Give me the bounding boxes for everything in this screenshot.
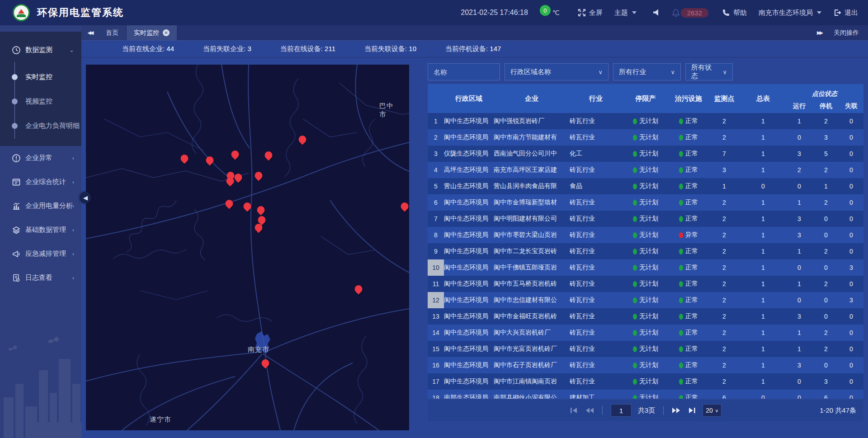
table-row[interactable]: 1阆中生态环境局阆中强锐页岩砖厂砖瓦行业无计划正常21120 <box>428 113 863 129</box>
cell-facility-status: 正常 <box>669 308 708 325</box>
status-dot-green <box>679 151 683 157</box>
cell-region: 阆中生态环境局 <box>444 194 494 211</box>
sidebar-group-企业用电量分析[interactable]: 企业用电量分析‹ <box>0 194 81 218</box>
table-row[interactable]: 14阆中生态环境局阆中大兴页岩机砖厂砖瓦行业无计划正常21120 <box>428 325 863 341</box>
cell-company: 阆中市江南镇阆南页岩 <box>494 373 570 390</box>
sidebar-group-企业异常[interactable]: 企业异常‹ <box>0 146 81 170</box>
first-page-button[interactable] <box>570 407 579 414</box>
sidebar-group-日志查看[interactable]: 日志查看‹ <box>0 266 81 290</box>
map-city-label-遂宁市: 遂宁市 <box>150 415 171 424</box>
sidebar-item-视频监控[interactable]: 视频监控 <box>0 89 81 113</box>
cell-industry: 建材加工 <box>570 390 622 399</box>
industry-filter-select[interactable]: 所有行业 ∨ <box>613 63 681 80</box>
status-dot-green <box>633 379 637 385</box>
cell-company: 阆中市枣碧大梁山页岩 <box>494 227 570 243</box>
cell-points: 6 <box>708 390 741 399</box>
status-filter-value: 所有状态 <box>691 63 717 80</box>
name-filter-field[interactable] <box>428 63 500 80</box>
table-header: 行政区域 企业 行业 停限产 治污设施 监测点 总表 点位状态 运行 停机 失联 <box>428 84 863 113</box>
prev-page-button[interactable] <box>585 407 594 414</box>
table-row[interactable]: 5营山生态环境局营山县润丰肉食品有限食品无计划正常10010 <box>428 178 863 194</box>
cell-stop: 2 <box>813 341 839 357</box>
help-button[interactable]: 帮助 <box>722 9 747 17</box>
speaker-button[interactable] <box>652 9 660 17</box>
chevron-down-icon <box>632 11 637 14</box>
cell-points: 7 <box>708 146 741 162</box>
close-operations-button[interactable]: 关闭操作 <box>834 29 859 37</box>
tab-实时监控[interactable]: 实时监控✕ <box>127 25 177 40</box>
last-page-button[interactable] <box>687 407 696 414</box>
table-row[interactable]: 3仪陇生态环境局西南油气田分公司川中化工无计划正常71350 <box>428 146 863 162</box>
page-number-input[interactable] <box>611 404 632 417</box>
cell-points: 2 <box>708 227 741 243</box>
cell-company: 阆中市二龙长宝页岩砖 <box>494 243 570 259</box>
cell-company: 营山县润丰肉食品有限 <box>494 178 570 194</box>
cell-industry: 砖瓦行业 <box>570 308 622 325</box>
cell-run: 1 <box>786 276 813 292</box>
sidebar-group-基础数据管理[interactable]: 基础数据管理‹ <box>0 218 81 242</box>
cell-lost: 3 <box>839 292 863 308</box>
org-dropdown[interactable]: 南充市生态环境局 <box>759 9 821 17</box>
cell-limit-status: 无计划 <box>622 292 669 308</box>
map-panel[interactable]: 巴中市南充市遂宁市 <box>86 65 409 430</box>
limit-status-label: 无计划 <box>639 312 658 320</box>
limit-status-label: 无计划 <box>639 215 658 223</box>
cell-meters: 1 <box>741 243 786 259</box>
industry-filter-value: 所有行业 <box>619 68 646 76</box>
tab-首页[interactable]: 首页 <box>99 25 126 40</box>
cell-industry: 砖瓦行业 <box>570 129 622 146</box>
sidebar-group-应急减排管理[interactable]: 应急减排管理‹ <box>0 242 81 266</box>
filter-bar: 行政区域名称 ∨ 所有行业 ∨ 所有状态 ∨ <box>428 63 863 80</box>
table-row[interactable]: 15阆中生态环境局阆中市光富页岩机砖厂砖瓦行业无计划正常21120 <box>428 341 863 357</box>
tabs-scroll-left-button[interactable]: ◀◀ <box>81 25 99 40</box>
app-root: 环保用电监管系统 2021-02-25 17:46:18 0 ℃ 全屏 主题 2… <box>0 0 868 438</box>
tabs-scroll-right-button[interactable]: ▶▶ <box>817 30 822 36</box>
cell-limit-status: 无计划 <box>622 259 669 276</box>
status-dot-green <box>679 330 683 336</box>
row-index: 15 <box>428 341 444 357</box>
notification-badge[interactable]: 2632 <box>672 8 708 18</box>
next-page-button[interactable] <box>672 407 681 414</box>
cell-run: 0 <box>786 373 813 390</box>
fullscreen-button[interactable]: 全屏 <box>578 9 603 17</box>
status-dot-green <box>679 135 683 141</box>
tab-close-icon[interactable]: ✕ <box>163 29 170 36</box>
cell-points: 2 <box>708 325 741 341</box>
cell-points: 2 <box>708 194 741 211</box>
theme-dropdown[interactable]: 主题 <box>614 9 637 17</box>
cell-points: 2 <box>708 373 741 390</box>
row-index: 17 <box>428 373 444 390</box>
name-filter-input[interactable] <box>434 68 494 76</box>
sidebar-item-实时监控[interactable]: 实时监控 <box>0 65 81 89</box>
table-row[interactable]: 12阆中生态环境局阆中市忠信建材有限公砖瓦行业无计划正常21003 <box>428 292 863 308</box>
table-row[interactable]: 13阆中生态环境局阆中市金福旺页岩机砖砖瓦行业无计划正常21300 <box>428 308 863 325</box>
sidebar-collapse-button[interactable]: ◀ <box>80 192 91 203</box>
table-row[interactable]: 16阆中生态环境局阆中市石子页岩机砖厂砖瓦行业无计划正常21300 <box>428 357 863 373</box>
table-row[interactable]: 2阆中生态环境局阆中市南方节能建材有砖瓦行业无计划正常21030 <box>428 129 863 146</box>
sidebar-group-企业综合统计[interactable]: 企业综合统计‹ <box>0 170 81 194</box>
table-row[interactable]: 17阆中生态环境局阆中市江南镇阆南页岩砖瓦行业无计划正常21030 <box>428 373 863 390</box>
col-industry: 行业 <box>570 84 622 113</box>
status-filter-select[interactable]: 所有状态 ∨ <box>685 63 733 80</box>
table-row[interactable]: 7阆中生态环境局阆中明阳建材有限公司砖瓦行业无计划正常21300 <box>428 211 863 227</box>
cell-lost: 0 <box>839 211 863 227</box>
limit-status-label: 无计划 <box>639 264 658 272</box>
sidebar-group-数据监测[interactable]: 数据监测⌄ <box>0 38 81 62</box>
cell-company: 阆中市南方节能建材有 <box>494 129 570 146</box>
table-row[interactable]: 4高坪生态环境局南充市高坪区王家店建砖瓦行业无计划正常31220 <box>428 162 863 178</box>
cell-points: 2 <box>708 308 741 325</box>
table-row[interactable]: 11阆中生态环境局阆中市五马桥页岩机砖砖瓦行业无计划正常21120 <box>428 276 863 292</box>
cell-stop: 2 <box>813 162 839 178</box>
table-row[interactable]: 9阆中生态环境局阆中市二龙长宝页岩砖砖瓦行业无计划正常21120 <box>428 243 863 259</box>
table-row[interactable]: 6阆中生态环境局阆中市金博瑞新型墙材砖瓦行业无计划正常21120 <box>428 194 863 211</box>
table-row[interactable]: 18南部生态环境局南部县砌伙小泥有限公建材加工无计划正常60060 <box>428 390 863 399</box>
stat-label: 当前失联企业: <box>203 45 247 52</box>
page-size-select[interactable]: 20 ∨ <box>703 404 722 417</box>
exit-button[interactable]: 退出 <box>833 9 858 17</box>
table-row[interactable]: 10阆中生态环境局阆中千佛镇五郎垭页岩砖瓦行业无计划正常21003 <box>428 259 863 276</box>
cell-limit-status: 无计划 <box>622 341 669 357</box>
sidebar-item-企业电力负荷明细[interactable]: 企业电力负荷明细 <box>0 113 81 138</box>
table-row[interactable]: 8阆中生态环境局阆中市枣碧大梁山页岩砖瓦行业无计划异常21300 <box>428 227 863 243</box>
cell-company: 阆中强锐页岩砖厂 <box>494 113 570 129</box>
region-filter-select[interactable]: 行政区域名称 ∨ <box>505 63 609 80</box>
